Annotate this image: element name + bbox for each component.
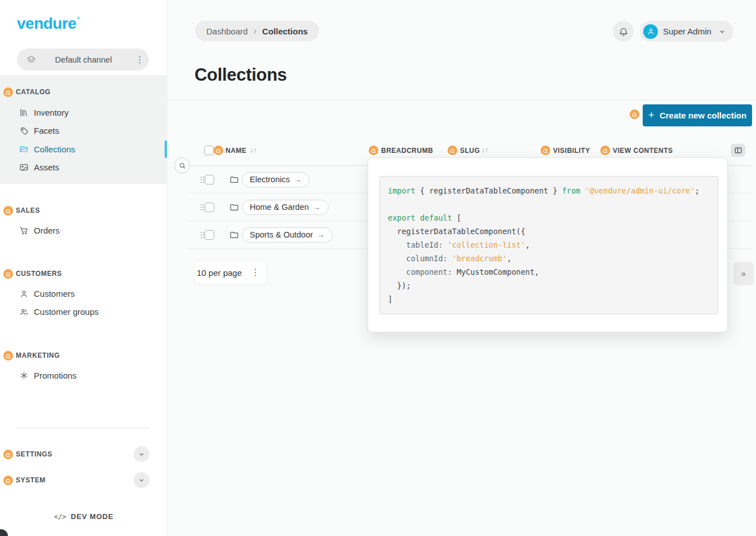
code-line: export default [ (388, 211, 718, 225)
folder-icon (229, 230, 239, 240)
plugin-puzzle-badge[interactable] (600, 146, 610, 155)
next-page-button[interactable]: » (733, 262, 754, 285)
user-icon (19, 289, 29, 298)
section-header-system: SYSTEM (3, 475, 46, 485)
plugin-puzzle-badge[interactable] (369, 146, 378, 155)
kebab-icon[interactable]: ⋮ (246, 266, 264, 279)
plugin-puzzle-badge[interactable] (214, 146, 223, 155)
tag-icon (19, 126, 29, 135)
debug-bubble (0, 529, 8, 536)
code-icon: </> (54, 513, 67, 521)
arrow-right-icon: → (317, 230, 325, 239)
row-checkbox[interactable] (205, 175, 214, 184)
row-checkbox[interactable] (205, 203, 214, 212)
vendure-logo[interactable]: vendure° (17, 15, 79, 33)
user-name: Super Admin (663, 27, 713, 36)
users-icon (19, 307, 29, 317)
bell-icon (618, 27, 629, 37)
plugin-puzzle-badge[interactable] (3, 450, 13, 459)
column-header-visibility: VISIBILITY (553, 147, 590, 155)
column-settings-button[interactable] (731, 144, 745, 157)
sort-icon[interactable]: ↓↑ (250, 146, 257, 154)
breadcrumb-dashboard-link[interactable]: Dashboard (206, 27, 247, 36)
code-line: registerDataTableComponent({ (388, 225, 718, 238)
notifications-button[interactable] (613, 21, 634, 42)
plus-icon: + (648, 109, 655, 120)
sidebar-divider (16, 428, 149, 428)
sidebar-item-assets[interactable]: Assets (19, 161, 59, 173)
library-icon (19, 108, 29, 117)
dev-mode-code-popover: import { registerDataTableComponent } fr… (368, 157, 728, 332)
code-line: }); (388, 279, 718, 292)
code-line: tableId: 'collection-list', (388, 238, 718, 252)
layers-icon (26, 55, 36, 64)
search-toggle-button[interactable] (174, 157, 190, 173)
chevron-down-icon (138, 476, 145, 484)
plugin-puzzle-badge[interactable] (541, 146, 550, 155)
sidebar-item-promotions[interactable]: Promotions (19, 369, 77, 381)
code-line: import { registerDataTableComponent } fr… (388, 184, 718, 197)
vendure-admin-app: vendure° Default channel ⋮ CATALOG Inven… (0, 0, 756, 536)
collection-link-chip[interactable]: Sports & Outdoor → (242, 227, 333, 243)
drag-handle-icon[interactable] (200, 176, 205, 183)
folder-open-icon (19, 144, 29, 154)
code-line: component: MyCustomComponent, (388, 265, 718, 279)
section-header-sales: SALES (3, 205, 40, 216)
drag-handle-icon[interactable] (200, 204, 205, 210)
dev-mode-toggle[interactable]: </> DEV MODE (0, 512, 167, 521)
main-content: Dashboard › Collections Super Admin Coll… (167, 0, 756, 536)
sidebar-item-orders[interactable]: Orders (19, 224, 60, 236)
asterisk-icon (19, 371, 29, 380)
header-divider (167, 100, 756, 100)
chevron-down-icon (718, 28, 726, 36)
plugin-puzzle-badge[interactable] (630, 109, 639, 119)
plugin-puzzle-badge[interactable] (3, 87, 13, 97)
column-header-slug[interactable]: SLUG (460, 147, 480, 155)
plugin-puzzle-badge[interactable] (3, 476, 13, 485)
column-header-name[interactable]: NAME (226, 147, 246, 155)
drag-handle-icon[interactable] (200, 231, 205, 238)
create-new-collection-button[interactable]: + Create new collection (643, 104, 752, 126)
sidebar-item-customers[interactable]: Customers (19, 287, 75, 300)
chevron-down-icon (138, 450, 145, 458)
system-expand-button[interactable] (134, 472, 149, 488)
plugin-puzzle-badge[interactable] (3, 206, 13, 216)
search-icon (178, 161, 187, 170)
plugin-puzzle-badge[interactable] (3, 351, 13, 361)
select-all-checkbox[interactable] (204, 146, 214, 155)
columns-icon (734, 146, 742, 155)
sort-icon[interactable]: ↓↑ (481, 146, 488, 154)
plugin-puzzle-badge[interactable] (3, 269, 13, 279)
sidebar: vendure° Default channel ⋮ CATALOG Inven… (0, 0, 167, 536)
column-header-breadcrumb: BREADCRUMB (381, 147, 433, 155)
sidebar-item-customer-groups[interactable]: Customer groups (19, 305, 99, 318)
sidebar-item-facets[interactable]: Facets (19, 124, 59, 137)
plugin-puzzle-badge[interactable] (448, 146, 457, 155)
section-header-catalog: CATALOG (3, 87, 51, 97)
image-icon (19, 162, 29, 172)
user-menu[interactable]: Super Admin (640, 21, 733, 42)
breadcrumb: Dashboard › Collections (195, 21, 319, 41)
channel-selector[interactable]: Default channel ⋮ (17, 49, 149, 71)
collection-link-chip[interactable]: Electronics → (242, 172, 310, 187)
column-header-view-contents: VIEW CONTENTS (613, 147, 673, 155)
channel-kebab-icon[interactable]: ⋮ (131, 53, 149, 67)
arrow-right-icon: → (294, 175, 302, 184)
settings-expand-button[interactable] (134, 446, 149, 462)
chevron-right-icon: › (253, 25, 257, 37)
channel-label: Default channel (36, 55, 131, 64)
sidebar-item-inventory[interactable]: Inventory (19, 106, 69, 118)
cart-icon (19, 226, 29, 235)
arrow-right-icon: → (313, 203, 321, 212)
code-line: columnId: 'breadcrumb', (388, 252, 718, 265)
row-checkbox[interactable] (205, 230, 214, 240)
code-line (388, 197, 718, 211)
avatar (643, 24, 658, 39)
items-per-page-select[interactable]: 10 per page ⋮ (195, 261, 266, 284)
logo-trademark: ° (77, 16, 79, 24)
sidebar-item-collections[interactable]: Collections (19, 143, 75, 155)
page-title: Collections (194, 65, 287, 85)
code-line: ] (388, 292, 718, 306)
collection-link-chip[interactable]: Home & Garden → (242, 200, 329, 215)
breadcrumb-collections-link[interactable]: Collections (262, 27, 308, 36)
